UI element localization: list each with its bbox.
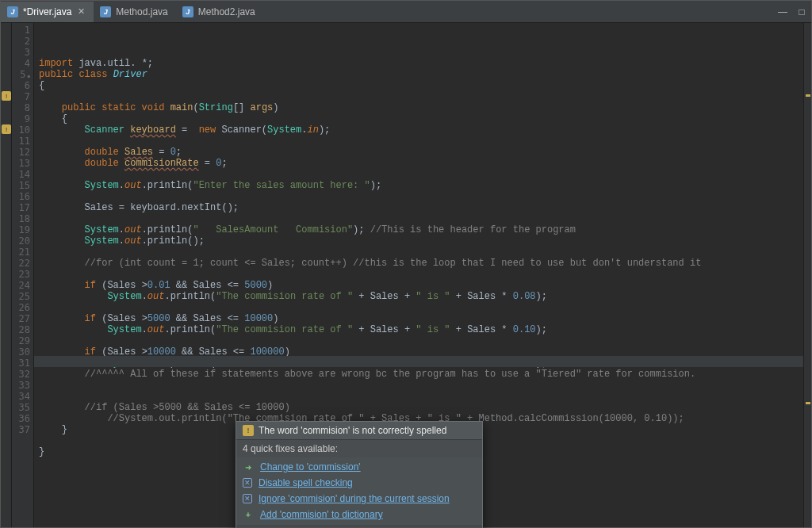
maximize-button[interactable]: □ [795,6,808,17]
quick-fix-item[interactable]: ➜Change to 'commission' [236,459,482,475]
java-file-icon: J [100,6,111,17]
tab-method[interactable]: J Method.java [94,2,175,22]
checkbox-icon: ✕ [243,478,252,488]
overview-warning-mark[interactable] [806,402,810,404]
tooltip-subheader: 4 quick fixes available: [236,440,482,457]
tab-label: *Driver.java [23,6,71,17]
quick-fix-item[interactable]: ✕Disable spell checking [236,475,482,491]
warning-marker-icon[interactable]: ! [2,91,11,101]
tooltip-header: ! The word 'commision' is not correctly … [236,422,482,440]
window-controls: — □ [776,1,808,23]
close-icon[interactable]: ✕ [76,7,86,17]
line-number-gutter[interactable]: 1234567891011121314151617181920212223242… [12,23,34,527]
editor-body: ! ! 123456789101112131415161718192021222… [1,23,811,527]
spellcheck-tooltip: ! The word 'commision' is not correctly … [236,421,483,528]
arrow-right-icon: ➜ [243,461,254,473]
quick-fix-label: Change to 'commission' [260,461,361,473]
tab-driver[interactable]: J *Driver.java ✕ [1,2,94,22]
quick-fix-label: Ignore 'commision' during the current se… [259,493,450,504]
tab-method2[interactable]: J Method2.java [176,2,263,22]
overview-ruler[interactable] [803,23,811,527]
tab-bar: J *Driver.java ✕ J Method.java J Method2… [1,1,811,23]
minimize-button[interactable]: — [776,6,789,17]
tooltip-message: The word 'commision' is not correctly sp… [259,425,446,436]
checkbox-icon: ✕ [243,494,252,503]
tab-label: Method.java [116,6,167,17]
warning-marker-icon[interactable]: ! [2,124,11,134]
plus-icon: + [243,509,254,520]
overview-warning-mark[interactable] [806,94,810,97]
current-line-highlight [34,356,803,367]
tab-label: Method2.java [198,6,255,17]
quick-fix-list: ➜Change to 'commission'✕Disable spell ch… [236,457,482,526]
java-file-icon: J [7,6,18,17]
lightbulb-icon: ! [243,425,254,436]
quick-fix-item[interactable]: ✕Ignore 'commision' during the current s… [236,491,482,507]
editor-window: J *Driver.java ✕ J Method.java J Method2… [0,0,812,528]
marker-strip: ! ! [1,23,12,527]
quick-fix-label: Disable spell checking [259,477,353,488]
quick-fix-label: Add 'commision' to dictionary [260,509,383,520]
quick-fix-item[interactable]: +Add 'commision' to dictionary [236,507,482,522]
java-file-icon: J [182,6,193,17]
